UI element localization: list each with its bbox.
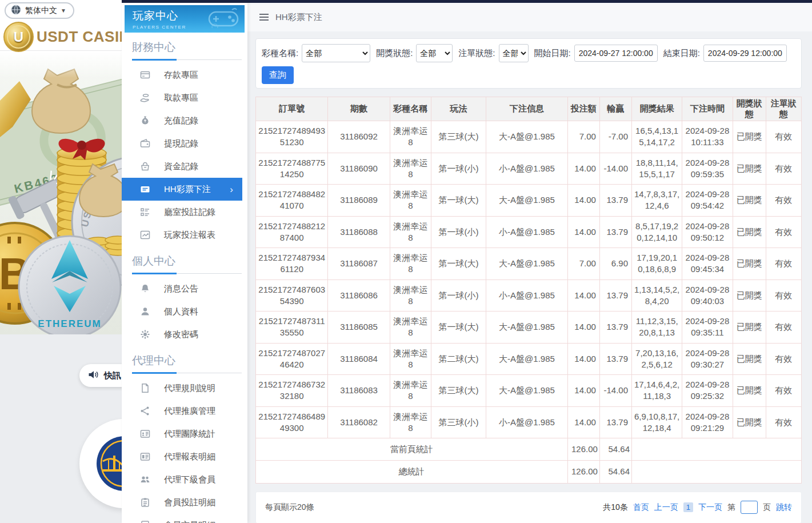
cell-bet-info: 小-A盤@1.985 (486, 153, 567, 185)
prev-page-link[interactable]: 上一页 (654, 502, 678, 513)
cell-order-status: 有效 (766, 153, 801, 185)
order-status-select[interactable]: 全部 (499, 44, 529, 62)
member-bets-icon (140, 497, 150, 508)
cell-period: 31186087 (328, 248, 390, 280)
cell-win-loss: -7.00 (599, 121, 631, 153)
cell-bet-info: 小-A盤@1.985 (486, 280, 567, 312)
cell-win-loss: 13.79 (599, 406, 631, 438)
sidebar-item-label: 會員交易明細 (164, 520, 215, 523)
draw-status-label: 開獎狀態: (376, 48, 413, 59)
members-icon (140, 474, 150, 485)
cell-draw-status: 已開獎 (733, 280, 766, 312)
brand-title: USDT CASINO (37, 28, 122, 46)
sidebar-item[interactable]: 消息公告 (122, 277, 247, 300)
table-row: 215217274873113555031186085澳洲幸运8第一球(大)大-… (256, 312, 802, 344)
cell-period: 31186086 (328, 280, 390, 312)
sidebar-item[interactable]: 資金記錄 (122, 155, 247, 178)
cell-bet-amount: 14.00 (567, 280, 599, 312)
sidebar-item[interactable]: 會員投註明細 (122, 491, 247, 514)
cell-lottery-name: 澳洲幸运8 (390, 406, 431, 438)
draw-status-select[interactable]: 全部 (416, 44, 453, 62)
cell-order-no: 2152172748648949300 (256, 406, 328, 438)
table-row: 215217274884824107031186089澳洲幸运8第一球(大)大-… (256, 185, 802, 217)
purse-icon (140, 161, 150, 171)
page-jump-input[interactable] (741, 501, 758, 514)
site-header: 繁体中文 ▼ U USDT CASINO (0, 0, 122, 51)
sidebar-item[interactable]: 會員交易明細 (122, 514, 247, 523)
cell-period: 31186090 (328, 153, 390, 185)
withdraw-hand-icon (140, 93, 150, 103)
sidebar-item[interactable]: 修改密碼 (122, 323, 247, 346)
jump-suffix-label: 页 (763, 502, 771, 513)
jump-button[interactable]: 跳转 (776, 502, 792, 513)
lottery-name-select[interactable]: 全部 (302, 44, 370, 62)
sidebar-item-label: 玩家投注報表 (164, 230, 215, 241)
cell-win-loss: 13.79 (599, 216, 631, 248)
share-icon (140, 406, 150, 416)
team-logo (79, 419, 122, 508)
start-date-input[interactable] (574, 45, 658, 62)
news-ticker[interactable]: 快訊: (79, 364, 122, 387)
cell-bet-info: 小-A盤@1.985 (486, 216, 567, 248)
next-page-link[interactable]: 下一页 (698, 502, 722, 513)
cell-win-loss: 13.79 (599, 280, 631, 312)
cell-bet-time: 2024-09-28 09:35:11 (682, 312, 733, 344)
cell-order-status: 有效 (766, 280, 801, 312)
col-draw-status: 開獎狀態 (733, 97, 766, 121)
sidebar-item[interactable]: 代理規則說明 (122, 377, 247, 400)
cell-draw-status: 已開獎 (733, 153, 766, 185)
end-date-input[interactable] (703, 45, 787, 62)
summary-empty (632, 461, 802, 483)
cell-draw-status: 已開獎 (733, 216, 766, 248)
sidebar-item[interactable]: 代理報表明細 (122, 445, 247, 468)
cell-draw-status: 已開獎 (733, 406, 766, 438)
cell-bet-time: 2024-09-28 09:50:12 (682, 216, 733, 248)
wallet-icon (140, 138, 150, 149)
sidebar-item[interactable]: 廳室投註記錄 (122, 201, 247, 223)
cell-order-status: 有效 (766, 406, 801, 438)
sidebar-item[interactable]: 提現記錄 (122, 132, 247, 155)
sidebar-item[interactable]: 代理下級會員 (122, 468, 247, 491)
search-button[interactable]: 查詢 (262, 66, 294, 84)
language-selector[interactable]: 繁体中文 ▼ (5, 2, 74, 19)
summary-label: 總統計 (256, 461, 568, 483)
cell-win-loss: -14.00 (599, 375, 631, 407)
cell-draw-result: 18,8,11,14,15,5,1,17 (632, 153, 682, 185)
col-draw-result: 開獎結果 (632, 97, 682, 121)
table-row: 215217274887751425031186090澳洲幸运8第一球(小)小-… (256, 153, 802, 185)
cell-play-type: 第一球(小) (431, 216, 486, 248)
recharge-bag-icon (140, 115, 150, 126)
sidebar-item[interactable]: HH彩票下注› (122, 178, 242, 201)
sidebar-item[interactable]: 取款專區 (122, 86, 247, 109)
sidebar-item[interactable]: 玩家投注報表 (122, 223, 247, 246)
table-row: 215217274867323218031186083澳洲幸运8第三球(大)大-… (256, 375, 802, 407)
sidebar-item[interactable]: 存款專區 (122, 63, 247, 86)
sidebar-section-title: 代理中心 (132, 353, 247, 368)
sidebar-item[interactable]: 充值記錄 (122, 109, 247, 132)
cell-order-status: 有效 (766, 375, 801, 407)
sidebar-item[interactable]: 代理團隊統計 (122, 422, 247, 445)
cell-order-no: 2152172748949351230 (256, 121, 328, 153)
brand[interactable]: U USDT CASINO (3, 22, 122, 52)
sidebar-item[interactable]: 代理推廣管理 (122, 400, 247, 422)
menu-toggle-icon[interactable] (259, 13, 269, 21)
sidebar-item-label: 代理團隊統計 (164, 429, 215, 440)
cell-win-loss: 6.90 (599, 248, 631, 280)
filter-panel: 彩種名稱: 全部 開獎狀態: 全部 注單狀態: 全部 (255, 38, 802, 89)
ticker-label: 快訊: (104, 370, 122, 381)
cell-bet-amount: 14.00 (567, 153, 599, 185)
sidebar-item-label: 消息公告 (164, 284, 198, 294)
cell-play-type: 第一球(小) (431, 153, 486, 185)
first-page-link[interactable]: 首页 (633, 502, 649, 513)
cell-play-type: 第三球(小) (431, 406, 486, 438)
cell-order-no: 2152172748760354390 (256, 280, 328, 312)
cell-draw-result: 8,5,17,19,20,12,14,10 (632, 216, 682, 248)
sidebar-item-label: 存款專區 (164, 70, 198, 81)
table-row: 215217274876035439031186086澳洲幸运8第一球(小)小-… (256, 280, 802, 312)
cell-order-no: 2152172748731135550 (256, 312, 328, 344)
cell-draw-result: 17,14,6,4,2,11,18,3 (632, 375, 682, 407)
cell-draw-status: 已開獎 (733, 375, 766, 407)
sidebar-item[interactable]: 個人資料 (122, 300, 247, 323)
section-divider (122, 372, 247, 374)
cell-order-no: 2152172748673232180 (256, 375, 328, 407)
